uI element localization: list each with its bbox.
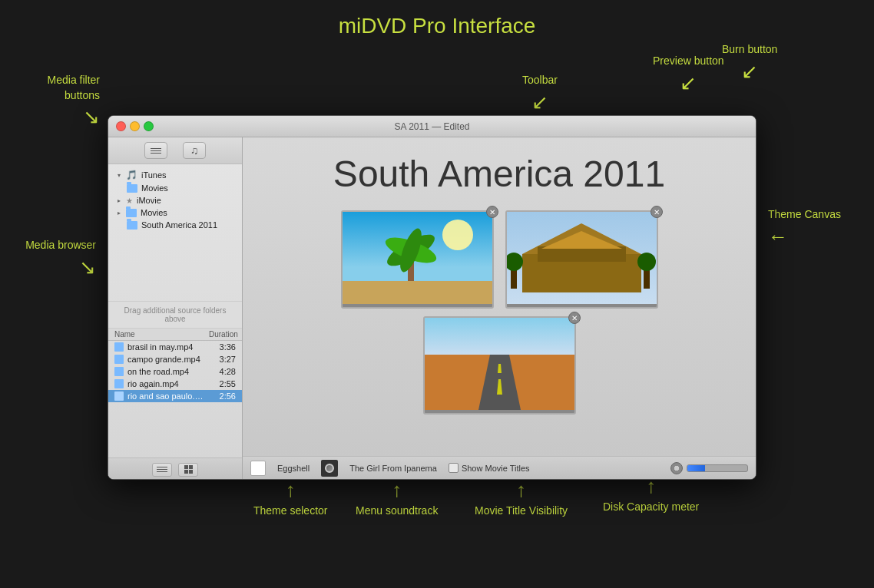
thumbnail-road-image	[425, 318, 574, 410]
media-browser-annotation: Media browser ↘	[12, 238, 96, 281]
file-row-selected[interactable]: rio and sao paulo.mp4 2:56	[108, 390, 242, 402]
capacity-fill	[687, 465, 705, 471]
thumbnail-close-btn[interactable]: ✕	[486, 206, 498, 218]
maximize-button[interactable]	[144, 121, 154, 131]
music-record-icon	[325, 464, 334, 473]
source-movies-itunes[interactable]: Movies	[108, 182, 242, 194]
list-view-toggle[interactable]	[152, 463, 172, 477]
source-list: ▾ 🎵 iTunes Movies ▸ ★ iMovie ▸ Movies So…	[108, 164, 242, 301]
minimize-button[interactable]	[130, 121, 140, 131]
list-view-button[interactable]	[144, 142, 167, 159]
thumbnail-temple[interactable]: ✕	[505, 210, 658, 309]
source-south-america[interactable]: South America 2011	[108, 219, 242, 231]
file-icon	[114, 379, 124, 388]
window-title: SA 2011 — Edited	[394, 121, 469, 132]
movie-titles-checkbox[interactable]	[449, 463, 459, 473]
theme-swatch[interactable]	[250, 461, 266, 476]
thumbnail-row-2: ✕	[423, 316, 576, 415]
file-row[interactable]: campo grande.mp4 3:27	[108, 353, 242, 365]
page-title: miDVD Pro Interface	[0, 14, 874, 38]
file-row[interactable]: on the road.mp4 4:28	[108, 365, 242, 378]
soundtrack-name: The Girl From Ipanema	[349, 464, 437, 473]
source-imovie[interactable]: ▸ ★ iMovie	[108, 194, 242, 206]
status-bar: Eggshell The Girl From Ipanema Show Movi…	[243, 456, 756, 479]
capacity-bar	[687, 464, 748, 472]
file-icon	[114, 367, 124, 376]
thumbnail-tropical-image	[343, 212, 492, 304]
svg-point-1	[442, 220, 473, 250]
thumbnail-temple-image	[507, 212, 657, 304]
show-movie-titles-toggle[interactable]: Show Movie Titles	[449, 463, 530, 473]
soundtrack-thumbnail[interactable]	[321, 460, 338, 477]
toolbar-annotation: Toolbar ↙	[522, 73, 558, 116]
close-button[interactable]	[116, 121, 126, 131]
burn-annotation: Burn button ↙	[722, 42, 777, 85]
file-icon	[114, 342, 124, 352]
thumbnail-road[interactable]: ✕	[423, 316, 576, 415]
file-icon	[114, 355, 124, 364]
dvd-title: South America 2011	[333, 153, 665, 195]
svg-point-15	[637, 253, 656, 271]
music-view-button[interactable]: ♫	[183, 142, 206, 159]
source-movies[interactable]: ▸ Movies	[108, 206, 242, 219]
movie-title-visibility-annotation: ↑ Movie Title Visibility	[475, 476, 568, 519]
thumbnail-close-btn[interactable]: ✕	[568, 312, 581, 324]
show-movie-titles-label: Show Movie Titles	[462, 464, 530, 473]
media-filter-annotation: Media filter buttons ↘	[15, 73, 100, 131]
svg-rect-6	[343, 281, 492, 304]
window-controls[interactable]	[116, 121, 154, 131]
app-window: SA 2011 — Edited Preview Burn	[108, 115, 756, 480]
file-row[interactable]: brasil in may.mp4 3:36	[108, 341, 242, 353]
grid-view-toggle[interactable]	[178, 463, 198, 477]
file-icon	[114, 391, 124, 401]
thumbnails-grid: ✕	[341, 210, 658, 415]
drag-zone: Drag additional source folders above	[108, 301, 242, 329]
sidebar-bottom	[108, 458, 242, 480]
title-bar: SA 2011 — Edited	[108, 116, 756, 137]
sidebar: ♫ ▾ 🎵 iTunes Movies ▸ ★ iMovie ▸ Movi	[108, 137, 243, 480]
source-itunes[interactable]: ▾ 🎵 iTunes	[108, 168, 242, 182]
theme-selector-annotation: ↑ Theme selector	[253, 476, 327, 519]
preview-annotation: Preview button ↙	[653, 54, 724, 97]
file-list: Name Duration brasil in may.mp4 3:36 cam…	[108, 329, 242, 458]
file-list-header: Name Duration	[108, 329, 242, 341]
theme-name: Eggshell	[277, 464, 310, 473]
disk-icon	[670, 462, 683, 474]
thumbnail-close-btn[interactable]: ✕	[651, 206, 663, 218]
disk-capacity-meter	[670, 462, 748, 474]
canvas-area: South America 2011 ✕	[243, 137, 756, 456]
thumbnail-tropical[interactable]: ✕	[341, 210, 494, 309]
menu-soundtrack-annotation: ↑ Menu soundtrack	[356, 476, 438, 519]
sidebar-top: ♫	[108, 137, 242, 164]
file-row[interactable]: rio again.mp4 2:55	[108, 378, 242, 390]
thumbnail-row-1: ✕	[341, 210, 658, 309]
theme-canvas-annotation: Theme Canvas ←	[768, 207, 841, 250]
